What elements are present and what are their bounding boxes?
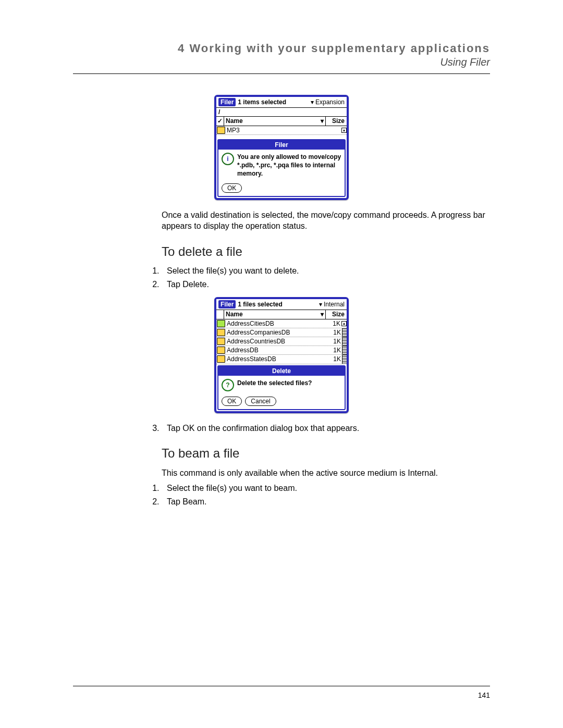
app-badge: Filer [218, 300, 236, 309]
header-rule [73, 73, 490, 74]
file-icon [217, 329, 225, 336]
screenshot-filer-delete: Filer 1 files selected Internal Name ▾ S… [214, 297, 349, 413]
list-item[interactable]: AddressStatesDB 1K [216, 355, 347, 364]
step-item: Tap Delete. [162, 279, 490, 290]
list-item-size: 1K [325, 346, 342, 354]
location-dropdown[interactable]: Internal [319, 300, 345, 309]
app-badge: Filer [218, 98, 236, 106]
chapter-title: 4 Working with your supplementary applic… [73, 42, 490, 55]
paragraph: This command is only available when the … [162, 467, 490, 479]
list-item-size: 1K [325, 337, 342, 346]
column-name[interactable]: Name [224, 117, 319, 125]
heading-delete: To delete a file [162, 243, 490, 260]
confirm-dialog: Delete ? Delete the selected files? OK C… [217, 365, 346, 410]
list-item-label: AddressStatesDB [227, 355, 325, 363]
scrollbar[interactable] [342, 328, 347, 337]
paragraph: Once a valid destination is selected, th… [162, 209, 490, 232]
scrollbar[interactable] [342, 346, 347, 354]
column-name[interactable]: Name [224, 310, 319, 318]
file-icon [217, 347, 225, 354]
file-icon [217, 338, 225, 345]
dialog-message: You are only allowed to move/copy *.pdb,… [237, 153, 341, 178]
file-icon [217, 320, 225, 327]
heading-beam: To beam a file [162, 445, 490, 462]
selection-status: 1 items selected [238, 98, 286, 106]
list-item-size: 1K [325, 355, 342, 363]
selection-status: 1 files selected [238, 300, 282, 309]
list-item[interactable]: AddressCitiesDB 1K ▴ [216, 319, 347, 328]
checkbox-header[interactable] [216, 310, 224, 318]
current-path: / [216, 108, 347, 117]
list-item-size: 1K [325, 319, 341, 328]
info-dialog: Filer i You are only allowed to move/cop… [217, 139, 346, 197]
column-size[interactable]: Size [325, 117, 347, 125]
sort-indicator-icon: ▾ [319, 310, 325, 318]
list-item-label: AddressCitiesDB [227, 319, 325, 328]
scrollbar[interactable] [342, 337, 347, 346]
list-item[interactable]: AddressCountriesDB 1K [216, 337, 347, 346]
scroll-up-icon[interactable]: ▴ [341, 321, 347, 326]
scrollbar[interactable] [342, 355, 347, 363]
dialog-title: Delete [218, 366, 345, 376]
list-item-label: AddressCountriesDB [227, 337, 325, 346]
location-dropdown[interactable]: Expansion [311, 98, 345, 106]
page-number: 141 [478, 691, 490, 699]
step-item: Select the file(s) you want to beam. [162, 483, 490, 494]
list-item-size: 1K [325, 328, 342, 337]
question-icon: ? [222, 379, 234, 391]
ok-button[interactable]: OK [222, 183, 242, 193]
dialog-message: Delete the selected files? [237, 379, 312, 391]
list-item-label: AddressDB [227, 346, 325, 354]
folder-icon [217, 127, 225, 134]
ok-button[interactable]: OK [222, 397, 242, 406]
list-item-label: AddressCompaniesDB [227, 328, 325, 337]
section-title: Using Filer [73, 56, 490, 68]
step-item: Tap OK on the confirmation dialog box th… [162, 423, 490, 434]
list-item[interactable]: AddressCompaniesDB 1K [216, 328, 347, 337]
cancel-button[interactable]: Cancel [245, 397, 276, 406]
list-item[interactable]: AddressDB 1K [216, 346, 347, 355]
column-size[interactable]: Size [325, 310, 347, 318]
list-item-label: MP3 [227, 126, 325, 134]
dialog-title: Filer [218, 140, 345, 150]
info-icon: i [222, 153, 234, 165]
step-item: Select the file(s) you want to delete. [162, 265, 490, 277]
footer-rule [73, 686, 490, 686]
checkbox-header[interactable]: ✓ [216, 117, 224, 125]
sort-indicator-icon: ▾ [319, 117, 325, 125]
screenshot-filer-move: Filer 1 items selected Expansion / ✓ Nam… [214, 95, 349, 200]
file-icon [217, 355, 225, 363]
scroll-up-icon[interactable]: ▴ [341, 128, 347, 133]
step-item: Tap Beam. [162, 496, 490, 508]
list-item[interactable]: MP3 ▴ [216, 126, 347, 135]
